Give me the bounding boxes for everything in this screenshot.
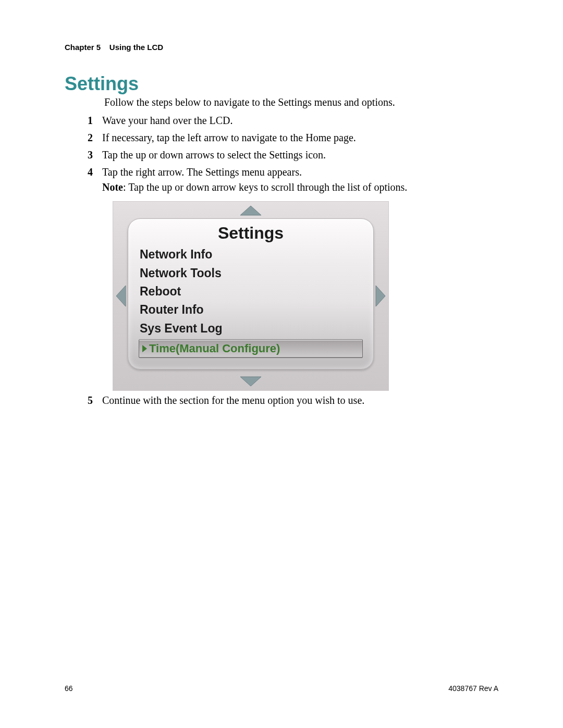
manual-page: Chapter 5 Using the LCD Settings Follow … xyxy=(0,0,563,728)
intro-text: Follow the steps below to navigate to th… xyxy=(104,95,500,110)
page-number: 66 xyxy=(65,684,73,693)
lcd-screenshot: Settings Network Info Network Tools Rebo… xyxy=(113,201,389,391)
lcd-item-reboot[interactable]: Reboot xyxy=(139,283,363,300)
lcd-item-selected[interactable]: Time(Manual Configure) xyxy=(139,339,363,358)
lcd-selected-label: Time(Manual Configure) xyxy=(149,340,280,357)
arrow-down-icon[interactable] xyxy=(239,376,262,387)
chapter-title: Using the LCD xyxy=(109,43,163,52)
svg-marker-2 xyxy=(116,286,126,306)
step-2: If necessary, tap the left arrow to navi… xyxy=(88,130,500,145)
arrow-left-icon[interactable] xyxy=(115,285,127,307)
body-content: Follow the steps below to navigate to th… xyxy=(104,95,500,410)
note-text: : Tap the up or down arrow keys to scrol… xyxy=(123,181,407,193)
chevron-right-icon xyxy=(142,345,147,352)
arrow-up-icon[interactable] xyxy=(239,205,262,216)
note-label: Note xyxy=(102,181,123,193)
lcd-menu-title: Settings xyxy=(139,221,363,245)
step-4-text: Tap the right arrow. The Settings menu a… xyxy=(102,166,302,178)
chapter-number: Chapter 5 xyxy=(65,43,101,52)
lcd-panel: Settings Network Info Network Tools Rebo… xyxy=(128,218,374,369)
step-3: Tap the up or down arrows to select the … xyxy=(88,147,500,163)
section-heading: Settings xyxy=(65,73,139,95)
svg-marker-1 xyxy=(240,377,261,386)
step-5-text: Continue with the section for the menu o… xyxy=(102,394,364,406)
chapter-header: Chapter 5 Using the LCD xyxy=(65,43,163,52)
step-5: Continue with the section for the menu o… xyxy=(88,393,500,408)
step-2-text: If necessary, tap the left arrow to navi… xyxy=(102,132,356,143)
svg-marker-0 xyxy=(240,206,261,215)
step-1-text: Wave your hand over the LCD. xyxy=(102,115,233,126)
lcd-item-network-tools[interactable]: Network Tools xyxy=(139,265,363,282)
step-3-text: Tap the up or down arrows to select the … xyxy=(102,149,326,161)
steps-list: Wave your hand over the LCD. If necessar… xyxy=(88,113,500,408)
step-4: Tap the right arrow. The Settings menu a… xyxy=(88,165,500,391)
lcd-item-router-info[interactable]: Router Info xyxy=(139,301,363,318)
lcd-item-network-info[interactable]: Network Info xyxy=(139,246,363,263)
arrow-right-icon[interactable] xyxy=(375,285,386,307)
document-id: 4038767 Rev A xyxy=(448,684,498,693)
step-1: Wave your hand over the LCD. xyxy=(88,113,500,128)
lcd-item-sys-event-log[interactable]: Sys Event Log xyxy=(139,320,363,337)
svg-marker-3 xyxy=(376,286,385,306)
